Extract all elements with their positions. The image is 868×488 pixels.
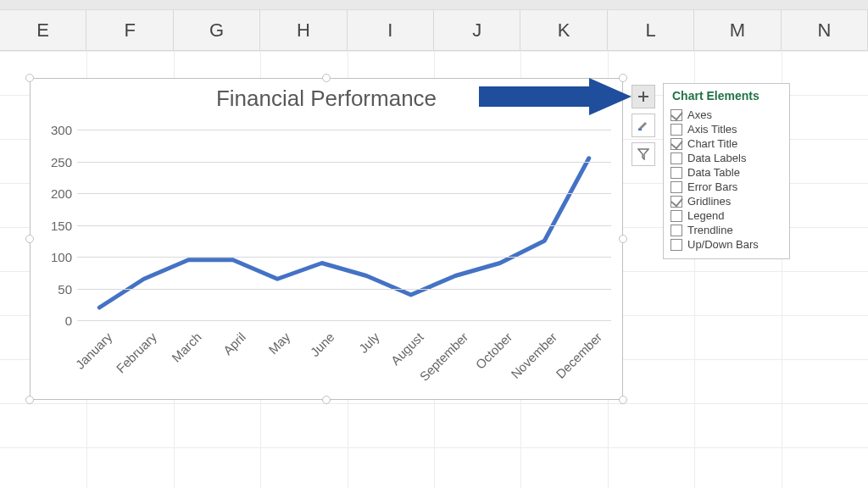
option-label: Data Table <box>687 166 740 179</box>
plot-area[interactable]: 050100150200250300 <box>77 130 611 320</box>
svg-rect-0 <box>638 129 642 130</box>
checkbox[interactable] <box>670 124 682 136</box>
option-label: Data Labels <box>687 152 746 164</box>
brush-icon <box>637 119 650 132</box>
col-header[interactable]: E <box>0 10 86 51</box>
option-label: Axes <box>687 108 712 121</box>
x-tick-label: November <box>508 330 559 381</box>
y-tick-label: 0 <box>31 313 72 328</box>
formula-bar-strip <box>0 0 868 10</box>
chart-filters-button[interactable] <box>632 142 655 166</box>
chart-element-option[interactable]: Error Bars <box>670 180 782 194</box>
col-header[interactable]: G <box>174 10 260 51</box>
resize-handle[interactable] <box>322 396 331 404</box>
checkbox[interactable] <box>670 167 682 179</box>
x-tick-label: December <box>553 330 604 381</box>
chart-element-option[interactable]: Axes <box>670 108 782 122</box>
y-tick-label: 150 <box>31 218 72 232</box>
x-tick-label: October <box>473 330 515 372</box>
col-header[interactable]: I <box>348 10 434 51</box>
checkbox[interactable] <box>670 152 682 164</box>
resize-handle[interactable] <box>619 74 627 82</box>
checkbox[interactable] <box>670 196 682 208</box>
resize-handle[interactable] <box>322 74 331 82</box>
x-tick-label: March <box>169 330 203 364</box>
resize-handle[interactable] <box>619 235 627 243</box>
option-label: Gridlines <box>687 195 731 208</box>
column-headers: E F G H I J K L M N <box>0 10 868 51</box>
x-tick-label: June <box>308 330 337 359</box>
option-label: Legend <box>687 209 724 222</box>
checkbox[interactable] <box>670 181 682 193</box>
x-axis-labels: JanuaryFebruaryMarchAprilMayJuneJulyAugu… <box>77 324 611 401</box>
x-tick-label: February <box>113 330 159 375</box>
col-header[interactable]: M <box>694 10 781 51</box>
col-header[interactable]: K <box>520 10 607 51</box>
chart-elements-button[interactable] <box>632 85 655 108</box>
checkbox[interactable] <box>670 210 682 222</box>
checkbox[interactable] <box>670 138 682 150</box>
option-label: Axis Titles <box>687 123 737 136</box>
chart-element-option[interactable]: Data Labels <box>670 151 782 165</box>
x-tick-label: August <box>388 330 426 368</box>
funnel-icon <box>637 148 649 160</box>
checkbox[interactable] <box>670 109 682 121</box>
chart-styles-button[interactable] <box>632 114 655 137</box>
chart-element-option[interactable]: Gridlines <box>670 194 782 208</box>
x-tick-label: May <box>265 330 292 357</box>
checkbox[interactable] <box>670 225 682 236</box>
chart-element-option[interactable]: Legend <box>670 208 782 223</box>
option-label: Error Bars <box>687 180 737 193</box>
y-tick-label: 100 <box>31 250 72 264</box>
chart-element-option[interactable]: Up/Down Bars <box>670 237 782 252</box>
y-tick-label: 250 <box>31 154 72 169</box>
chart-element-option[interactable]: Chart Title <box>670 136 782 151</box>
y-tick-label: 300 <box>31 123 72 137</box>
chart-elements-flyout: Chart Elements AxesAxis TitlesChart Titl… <box>663 83 790 259</box>
resize-handle[interactable] <box>25 235 34 243</box>
col-header[interactable]: L <box>608 10 694 51</box>
col-header[interactable]: J <box>434 10 520 51</box>
option-label: Trendline <box>687 224 733 236</box>
chart-object[interactable]: Financial Performance 050100150200250300… <box>30 78 623 400</box>
y-tick-label: 200 <box>31 186 72 201</box>
y-tick-label: 50 <box>31 281 72 296</box>
resize-handle[interactable] <box>25 74 34 82</box>
x-tick-label: July <box>355 330 381 356</box>
checkbox[interactable] <box>670 239 682 251</box>
option-label: Chart Title <box>687 137 737 150</box>
resize-handle[interactable] <box>619 396 627 404</box>
chart-title[interactable]: Financial Performance <box>31 79 622 115</box>
flyout-title: Chart Elements <box>672 89 782 103</box>
chart-element-option[interactable]: Data Table <box>670 165 782 180</box>
x-tick-label: January <box>73 330 115 372</box>
plus-icon <box>637 91 649 103</box>
col-header[interactable]: F <box>86 10 173 51</box>
option-label: Up/Down Bars <box>687 238 759 251</box>
col-header[interactable]: N <box>782 10 868 51</box>
chart-element-option[interactable]: Axis Titles <box>670 122 782 136</box>
resize-handle[interactable] <box>25 396 34 404</box>
x-tick-label: April <box>220 330 248 358</box>
chart-element-option[interactable]: Trendline <box>670 223 782 237</box>
col-header[interactable]: H <box>260 10 347 51</box>
